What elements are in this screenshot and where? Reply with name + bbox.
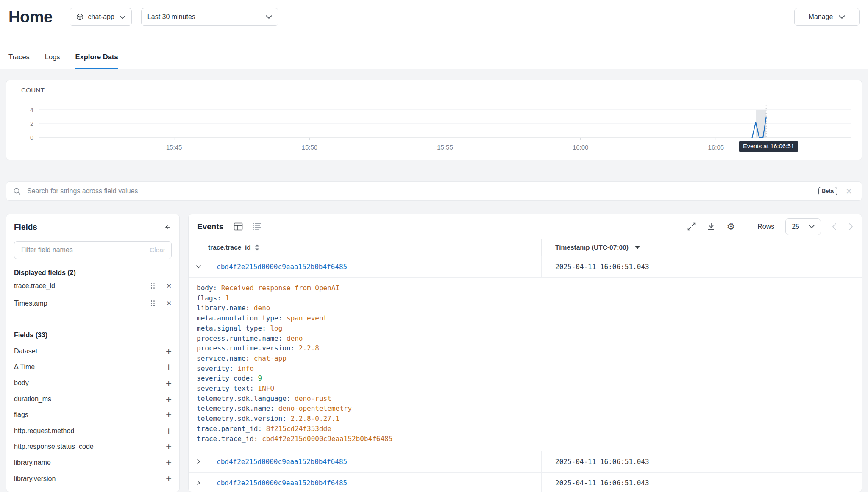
event-row: cbd4f2e215d0000c9eaa152b0b4f64852025-04-… [189,451,862,473]
add-field-icon[interactable]: + [166,426,172,436]
trace-id-link[interactable]: cbd4f2e215d0000c9eaa152b0b4f6485 [208,458,541,466]
displayed-field-label: trace.trace_id [14,282,151,290]
column-header-trace-id[interactable]: trace.trace_id [208,244,541,251]
add-field-icon[interactable]: + [166,362,172,372]
events-panel-title: Events [197,222,223,231]
expand-icon[interactable] [687,222,696,231]
drag-handle-icon[interactable] [151,283,155,289]
detail-attribute-row[interactable]: trace.trace_id: cbd4f2e215d0000c9eaa152b… [197,434,853,444]
rows-label: Rows [757,223,774,231]
detail-attribute-row[interactable]: meta.annotation_type: span_event [197,313,853,323]
sort-desc-icon [635,246,640,249]
field-label: library.version [14,475,56,483]
list-view-icon[interactable] [252,222,262,231]
detail-attribute-row[interactable]: library.name: deno [197,303,853,313]
filter-clear-button[interactable]: Clear [150,246,165,254]
tab-explore-data[interactable]: Explore Data [75,53,118,69]
field-row-library-name[interactable]: library.name+ [14,455,172,471]
field-row-duration-ms[interactable]: duration_ms+ [14,391,172,407]
collapse-panel-icon[interactable] [162,223,172,231]
expand-row-icon[interactable] [189,480,208,486]
field-label: http.request.method [14,427,74,435]
svg-text:0: 0 [30,134,33,141]
event-row: cbd4f2e215d0000c9eaa152b0b4f64852025-04-… [189,473,862,492]
field-label: flags [14,411,28,419]
detail-attribute-row[interactable]: telemetry.sdk.language: deno-rust [197,394,853,404]
field-row-body[interactable]: body+ [14,375,172,391]
field-row-http-response-status-code[interactable]: http.response.status_code+ [14,439,172,455]
remove-field-icon[interactable]: ✕ [166,283,172,289]
trace-id-link[interactable]: cbd4f2e215d0000c9eaa152b0b4f6485 [208,479,541,487]
time-range-selector[interactable]: Last 30 minutes [141,8,278,26]
collapse-row-icon[interactable] [189,265,208,269]
svg-text:15:55: 15:55 [437,144,453,151]
svg-text:15:45: 15:45 [166,144,182,151]
search-close-icon[interactable]: ✕ [846,187,852,195]
detail-attribute-row[interactable]: telemetry.sdk.name: deno-opentelemetry [197,403,853,414]
detail-attribute-row[interactable]: process.runtime.version: 2.2.8 [197,343,853,353]
add-field-icon[interactable]: + [166,346,172,356]
remove-field-icon[interactable]: ✕ [166,300,172,306]
topbar: Home chat-app Last 30 minutes Manage [0,0,868,29]
timestamp-value: 2025-04-11 16:06:51.043 [541,473,862,492]
prev-page-icon[interactable] [832,223,837,231]
add-field-icon[interactable]: + [166,378,172,388]
add-field-icon[interactable]: + [166,394,172,404]
field-label: duration_ms [14,395,51,403]
detail-attribute-row[interactable]: body: Received response from OpenAI [197,283,853,293]
detail-attribute-row[interactable]: severity_text: INFO [197,384,853,394]
svg-text:4: 4 [30,106,33,113]
content-area: COUNT 02415:4515:5015:5516:0016:05 Event… [0,69,868,492]
drag-handle-icon[interactable] [151,300,155,306]
manage-button[interactable]: Manage [794,8,860,26]
chevron-down-icon [839,15,845,19]
detail-attribute-row[interactable]: flags: 1 [197,293,853,303]
detail-attribute-row[interactable]: trace.parent_id: 8f215cd24f353dde [197,424,853,434]
events-table-header: trace.trace_id Timestamp (UTC-07:00) [189,239,862,256]
events-histogram[interactable]: 02415:4515:5015:5516:0016:05 [6,95,861,159]
field-filter-input[interactable] [20,246,150,254]
trace-id-link[interactable]: cbd4f2e215d0000c9eaa152b0b4f6485 [208,263,541,271]
table-view-icon[interactable] [234,222,243,231]
field-row-http-request-method[interactable]: http.request.method+ [14,423,172,439]
svg-text:15:50: 15:50 [302,144,318,151]
expand-row-icon[interactable] [189,459,208,464]
field-filter-box: Clear [14,241,172,259]
detail-attribute-row[interactable]: meta.signal_type: log [197,323,853,334]
field-row-flags[interactable]: flags+ [14,407,172,423]
add-field-icon[interactable]: + [166,474,172,484]
add-field-icon[interactable]: + [166,458,172,468]
rows-per-page-select[interactable]: 25 [785,218,821,235]
column-header-timestamp[interactable]: Timestamp (UTC-07:00) [541,239,862,256]
field-row--time[interactable]: Δ Time+ [14,359,172,375]
detail-attribute-row[interactable]: process.runtime.name: deno [197,334,853,344]
dataset-selector[interactable]: chat-app [70,8,132,26]
field-row-dataset[interactable]: Dataset+ [14,343,172,359]
add-field-icon[interactable]: + [166,442,172,452]
events-panel: Events ⚙ [188,214,862,492]
gear-icon[interactable]: ⚙ [726,222,735,231]
search-input[interactable] [26,187,818,195]
next-page-icon[interactable] [849,223,853,231]
event-row: cbd4f2e215d0000c9eaa152b0b4f64852025-04-… [189,256,862,278]
detail-attribute-row[interactable]: telemetry.sdk.version: 2.2.8-0.27.1 [197,414,853,424]
svg-text:16:05: 16:05 [708,144,724,151]
search-bar: Beta ✕ [6,181,862,201]
displayed-field-row: trace.trace_id✕ [14,278,172,294]
divider [746,219,746,234]
add-field-icon[interactable]: + [166,410,172,420]
beta-badge: Beta [818,187,837,195]
svg-text:2: 2 [30,120,33,127]
time-range-label: Last 30 minutes [147,13,195,21]
displayed-field-label: Timestamp [14,300,151,307]
detail-attribute-row[interactable]: severity: info [197,364,853,374]
detail-attribute-row[interactable]: service.name: chat-app [197,353,853,364]
dataset-selector-label: chat-app [88,13,114,21]
displayed-fields-title: Displayed fields (2) [14,269,172,277]
download-icon[interactable] [707,222,715,231]
field-row-library-version[interactable]: library.version+ [14,471,172,487]
detail-attribute-row[interactable]: severity_code: 9 [197,373,853,384]
tab-traces[interactable]: Traces [8,53,30,69]
tab-logs[interactable]: Logs [45,53,60,69]
field-label: Dataset [14,347,37,355]
